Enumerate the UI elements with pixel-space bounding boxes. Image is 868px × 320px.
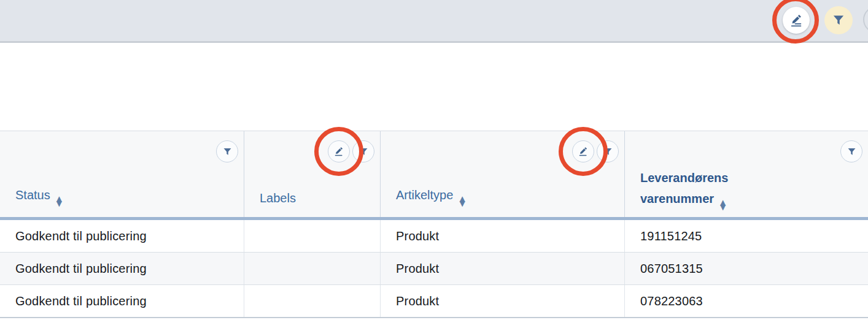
table-body: Godkendt til publicering Produkt 1911512… (0, 220, 868, 318)
filter-icon (846, 146, 858, 158)
table-header-row: Status▲▼ (0, 131, 868, 220)
artikeltype-column-edit-button[interactable] (572, 140, 594, 162)
labels-header-icons (328, 140, 374, 162)
cell-varenummer: 067051315 (625, 253, 868, 284)
cell-artikeltype: Produkt (381, 253, 625, 284)
status-filter-button[interactable] (216, 140, 238, 162)
pencil-icon (788, 12, 804, 28)
cell-varenummer: 078223063 (625, 285, 868, 317)
data-table: Status▲▼ (0, 131, 868, 318)
filter-icon (602, 146, 614, 158)
cell-status: Godkendt til publicering (0, 253, 244, 284)
column-label[interactable]: Status (15, 188, 50, 202)
labels-header-label-row: Labels (260, 190, 374, 206)
status-header-label-row: Status▲▼ (15, 187, 238, 206)
artikeltype-filter-button[interactable] (597, 140, 619, 162)
cell-status: Godkendt til publicering (0, 285, 244, 317)
sort-icon[interactable]: ▲▼ (459, 197, 465, 206)
pencil-icon (577, 145, 589, 158)
table-row[interactable]: Godkendt til publicering Produkt 1911512… (0, 220, 868, 253)
toolbar-partial-button[interactable] (863, 6, 868, 33)
table-row[interactable]: Godkendt til publicering Produkt 0670513… (0, 253, 868, 285)
toolbar-filter-button[interactable] (824, 6, 853, 34)
pencil-icon (333, 145, 345, 158)
column-label[interactable]: Leverandørens varenummer (640, 171, 728, 205)
varenummer-header-label-row: Leverandørens varenummer▲▼ (640, 167, 785, 210)
labels-filter-button[interactable] (352, 140, 374, 162)
column-header-artikeltype: Artikeltype▲▼ (381, 131, 625, 217)
content-gap (0, 43, 868, 131)
column-header-varenummer: Leverandørens varenummer▲▼ (625, 131, 868, 217)
column-header-status: Status▲▼ (0, 131, 244, 217)
filter-icon (358, 146, 370, 158)
filter-icon (222, 146, 233, 158)
table-row[interactable]: Godkendt til publicering Produkt 0782230… (0, 285, 868, 318)
status-header-icons (216, 140, 238, 162)
top-toolbar (0, 0, 868, 43)
labels-column-edit-button[interactable] (328, 140, 350, 162)
sort-icon[interactable]: ▲▼ (56, 197, 62, 206)
cell-artikeltype: Produkt (381, 220, 625, 252)
screen: Status▲▼ (0, 0, 868, 320)
varenummer-header-icons (840, 140, 862, 162)
toolbar-edit-button[interactable] (783, 7, 810, 34)
cell-artikeltype: Produkt (381, 285, 625, 317)
artikeltype-header-label-row: Artikeltype▲▼ (396, 187, 618, 206)
cell-varenummer: 191151245 (625, 220, 868, 252)
sort-icon[interactable]: ▲▼ (720, 200, 726, 210)
column-label[interactable]: Artikeltype (396, 188, 453, 202)
filter-icon (831, 12, 847, 28)
varenummer-filter-button[interactable] (840, 140, 862, 162)
artikeltype-header-icons (572, 140, 619, 162)
cell-labels (244, 220, 381, 252)
cell-status: Godkendt til publicering (0, 220, 244, 252)
column-label: Labels (260, 191, 296, 205)
cell-labels (244, 285, 381, 317)
column-header-labels: Labels (244, 131, 381, 217)
cell-labels (244, 253, 381, 284)
